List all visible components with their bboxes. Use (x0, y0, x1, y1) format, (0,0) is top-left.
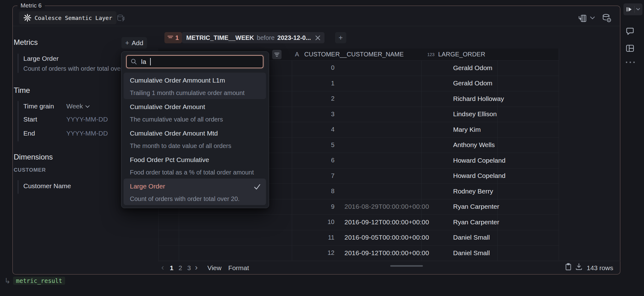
dimension-group-label: CUSTOMER (14, 167, 46, 173)
search-input-value: la (141, 58, 146, 65)
search-icon (130, 58, 137, 65)
row-number: 12 (316, 249, 334, 256)
time-indent-line (18, 101, 18, 141)
column-filter-icon[interactable] (272, 50, 282, 59)
time-grain-select[interactable]: Week (66, 103, 90, 110)
page-1-button[interactable]: 1 (168, 264, 176, 272)
dropdown-item-title: Cumulative Order Ammount L1m (130, 77, 225, 84)
cell-customer: Anthony Wells (453, 141, 495, 149)
row-number: 8 (316, 188, 334, 195)
dropdown-item-description: The cumulative value of all orders (130, 116, 223, 123)
remove-filter-icon[interactable] (315, 36, 320, 40)
time-grain-chevron-icon (85, 105, 90, 108)
run-button-divider (634, 6, 635, 13)
source-badge-label: Coalesce Semantic Layer (35, 15, 112, 21)
horizontal-scrollbar[interactable] (390, 265, 423, 267)
metrics-heading: Metrics (14, 38, 38, 47)
format-tab[interactable]: Format (228, 264, 249, 272)
end-date-input[interactable]: YYYY-MM-DD (66, 130, 108, 137)
table-row[interactable]: 10 2016-09-12T00:00:00+00:00 Ryan Carpen… (158, 214, 559, 230)
metric-item[interactable]: Large Order (23, 55, 59, 62)
filter-operator: before (257, 34, 275, 41)
dropdown-item-title: Cumulative Order Amount (130, 103, 205, 111)
header-divider (13, 26, 620, 26)
cell-value: 1 (580, 249, 644, 257)
row-number: 5 (316, 141, 334, 149)
filter-count: 1 (175, 34, 179, 41)
cell-value: 2 (580, 203, 644, 210)
cell-date: 2016-09-05T00:00:00+00:00 (344, 234, 429, 241)
column-divider (559, 49, 559, 260)
dropdown-item-title: Cumulative Order Amount Mtd (130, 130, 218, 137)
run-options-chevron-icon[interactable] (636, 8, 640, 11)
start-date-input[interactable]: YYYY-MM-DD (66, 116, 108, 123)
add-metric-button[interactable]: + Add (121, 37, 147, 49)
dimension-indent-line (18, 180, 18, 194)
cell-date: 2016-09-12T00:00:00+00:00 (344, 249, 429, 257)
column-header-large-order[interactable]: LARGE_ORDER (438, 51, 485, 58)
row-number: 10 (316, 218, 334, 226)
dropdown-item[interactable]: Cumulative Order Amount Mtd The month to… (124, 126, 266, 152)
dropdown-item[interactable]: Cumulative Order Ammount L1m Trailing 1 … (124, 73, 266, 99)
row-number: 4 (316, 126, 334, 133)
database-lightning-icon[interactable] (116, 14, 126, 23)
cell-value: 1 (580, 126, 644, 133)
return-arrow-icon: ↳ (4, 277, 11, 285)
footer-divider (158, 261, 620, 261)
run-cell-button[interactable] (623, 3, 642, 15)
more-options-icon[interactable] (625, 60, 636, 64)
table-row[interactable]: 12 2016-09-12T00:00:00+00:00 Daniel Smal… (158, 245, 559, 261)
filter-count-chip[interactable]: 1 (164, 32, 182, 43)
page-2-button[interactable]: 2 (176, 264, 184, 272)
text-caret (150, 58, 151, 65)
cell-value: 3 (580, 188, 644, 195)
prev-page-button[interactable]: ‹ (161, 263, 164, 271)
layout-icon[interactable] (625, 44, 635, 53)
column-header-customer-name[interactable]: CUSTOMER__CUSTOMER_NAME (304, 51, 404, 58)
chevron-down-icon[interactable] (590, 17, 595, 20)
cell-value: 1 (580, 234, 644, 241)
row-number: 1 (316, 80, 334, 87)
cell-customer: Lindsey Ellison (453, 110, 497, 118)
add-button-label: Add (132, 39, 143, 47)
cell-customer: Rodney Berry (453, 188, 493, 195)
source-badge[interactable]: Coalesce Semantic Layer (19, 11, 116, 24)
dimension-item[interactable]: Customer Name (23, 182, 71, 190)
search-input[interactable]: la (126, 55, 263, 68)
comment-icon[interactable] (625, 27, 635, 36)
cell-customer: Richard Holloway (453, 95, 504, 103)
filter-icon (168, 36, 173, 40)
time-grain-value: Week (66, 103, 83, 110)
copy-to-clipboard-icon[interactable] (564, 263, 572, 271)
cell-customer: Howard Copeland (453, 172, 505, 179)
dropdown-item-selected[interactable]: Large Order Count of orders with order t… (124, 179, 266, 205)
start-label: Start (23, 116, 37, 123)
cell-value: 2 (580, 172, 644, 179)
dropdown-item-description: The month to date value of all orders (130, 142, 231, 150)
row-number: 2 (316, 95, 334, 102)
row-number: 7 (316, 172, 334, 179)
cell-value: 1 (580, 95, 644, 103)
row-number: 6 (316, 157, 334, 164)
dropdown-item-title: Food Order Pct Cumulative (130, 156, 209, 164)
dropdown-item[interactable]: Food Order Pct Cumulative Food order tot… (124, 152, 266, 179)
download-icon[interactable] (575, 263, 583, 271)
view-tab[interactable]: View (207, 264, 221, 272)
table-row[interactable]: 11 2016-09-05T00:00:00+00:00 Daniel Smal… (158, 230, 559, 246)
row-number: 0 (316, 64, 334, 71)
plus-icon: + (339, 34, 343, 42)
database-preview-icon[interactable] (602, 13, 612, 23)
page-3-button[interactable]: 3 (185, 264, 193, 272)
add-filter-button[interactable]: + (335, 32, 346, 43)
cell-title[interactable]: Metric 6 (17, 2, 45, 9)
dimensions-heading: Dimensions (14, 153, 53, 161)
send-to-table-icon[interactable] (578, 14, 587, 23)
filter-pill[interactable]: METRIC_TIME__WEEK before 2023-12-0... (182, 32, 324, 43)
cell-date: 2016-08-29T00:00:00+00:00 (344, 203, 429, 210)
dropdown-item[interactable]: Cumulative Order Amount The cumulative v… (124, 99, 266, 126)
dropdown-item-description: Trailing 1 month cumulative order amount (130, 89, 244, 97)
output-variable[interactable]: metric_result (13, 277, 65, 285)
cell-date: 2016-09-12T00:00:00+00:00 (344, 218, 429, 226)
cell-customer: Daniel Small (453, 234, 490, 241)
next-page-button[interactable]: › (195, 263, 198, 271)
